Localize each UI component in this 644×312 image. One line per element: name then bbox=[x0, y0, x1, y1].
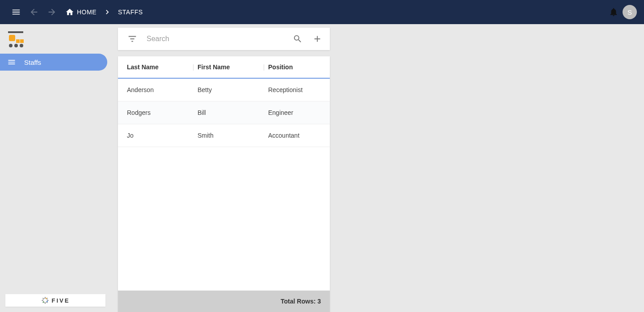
avatar-initial: S bbox=[627, 8, 632, 16]
cell-position: Engineer bbox=[268, 109, 321, 116]
breadcrumb: HOME STAFFS bbox=[61, 8, 147, 17]
table-header: Last Name First Name Position bbox=[118, 56, 330, 79]
content-area: Staffs FIVE bbox=[0, 24, 644, 312]
table-row[interactable]: Anderson Betty Receptionist bbox=[118, 79, 330, 101]
forward-icon[interactable] bbox=[43, 3, 61, 21]
column-header-first-name[interactable]: First Name bbox=[198, 63, 268, 71]
breadcrumb-staffs-label: STAFFS bbox=[118, 8, 143, 16]
chevron-right-icon bbox=[103, 8, 112, 17]
total-rows-label: Total Rows: 3 bbox=[281, 298, 321, 305]
menu-lines-icon bbox=[7, 58, 16, 67]
back-icon[interactable] bbox=[25, 3, 43, 21]
brand-name: FIVE bbox=[52, 297, 70, 304]
table-footer: Total Rows: 3 bbox=[118, 291, 330, 312]
svg-rect-3 bbox=[20, 39, 24, 43]
cell-position: Accountant bbox=[268, 132, 321, 139]
filter-icon[interactable] bbox=[123, 30, 141, 48]
table-row[interactable]: Rodgers Bill Engineer bbox=[118, 101, 330, 124]
table-row[interactable]: Jo Smith Accountant bbox=[118, 124, 330, 147]
svg-point-4 bbox=[9, 44, 13, 47]
svg-rect-0 bbox=[8, 31, 23, 33]
cell-last-name: Anderson bbox=[127, 86, 198, 93]
cell-position: Receptionist bbox=[268, 86, 321, 93]
menu-icon[interactable] bbox=[7, 3, 25, 21]
svg-point-5 bbox=[14, 44, 18, 47]
cell-first-name: Betty bbox=[198, 86, 268, 93]
top-bar: HOME STAFFS S bbox=[0, 0, 644, 24]
avatar[interactable]: S bbox=[623, 5, 637, 19]
brand-badge: FIVE bbox=[5, 294, 105, 307]
sidebar-item-staffs[interactable]: Staffs bbox=[0, 54, 107, 71]
cell-first-name: Smith bbox=[198, 132, 268, 139]
cell-last-name: Rodgers bbox=[127, 109, 198, 116]
add-icon[interactable] bbox=[308, 30, 326, 48]
column-header-last-name[interactable]: Last Name bbox=[127, 63, 198, 71]
search-icon[interactable] bbox=[289, 30, 307, 48]
svg-point-8 bbox=[46, 301, 48, 302]
sidebar-item-label: Staffs bbox=[24, 59, 41, 66]
breadcrumb-home[interactable]: HOME bbox=[61, 8, 101, 17]
breadcrumb-home-label: HOME bbox=[77, 8, 97, 16]
table-body: Anderson Betty Receptionist Rodgers Bill… bbox=[118, 79, 330, 291]
svg-rect-1 bbox=[9, 35, 15, 41]
sidebar: Staffs FIVE bbox=[0, 24, 109, 312]
search-bar bbox=[118, 28, 330, 50]
breadcrumb-staffs[interactable]: STAFFS bbox=[114, 8, 147, 16]
app-logo bbox=[0, 27, 109, 52]
svg-point-9 bbox=[42, 301, 44, 303]
column-header-position[interactable]: Position bbox=[268, 63, 321, 71]
cell-last-name: Jo bbox=[127, 132, 198, 139]
data-table: Last Name First Name Position Anderson B… bbox=[118, 56, 330, 312]
svg-point-7 bbox=[45, 298, 46, 299]
main-panel: Last Name First Name Position Anderson B… bbox=[109, 24, 644, 312]
cell-first-name: Bill bbox=[198, 109, 268, 116]
bell-icon[interactable] bbox=[605, 3, 623, 21]
svg-point-6 bbox=[20, 44, 23, 47]
svg-rect-2 bbox=[16, 39, 20, 43]
search-input[interactable] bbox=[143, 35, 287, 43]
home-icon bbox=[65, 8, 74, 17]
